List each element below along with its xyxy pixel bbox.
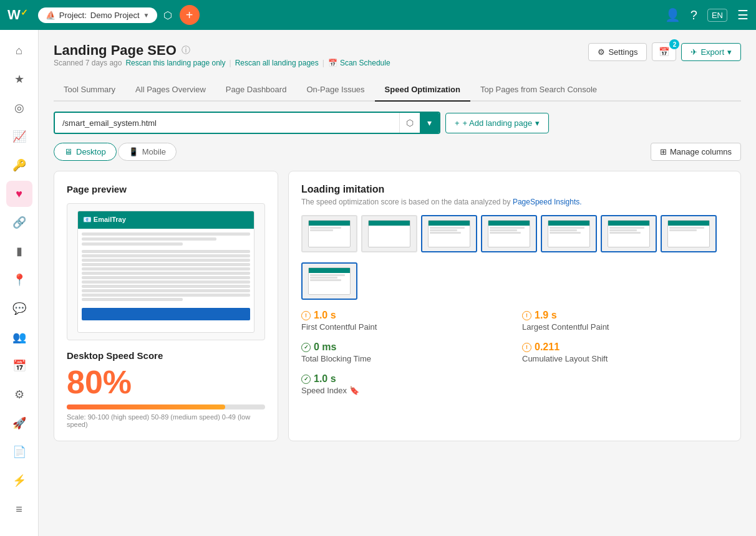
desktop-icon: 🖥 bbox=[64, 147, 72, 156]
sidebar-item-reports[interactable]: ≡ bbox=[6, 496, 32, 522]
screenshot-thumb-1[interactable] bbox=[301, 215, 357, 252]
mobile-icon: 📱 bbox=[128, 147, 138, 156]
sidebar-item-analytics[interactable]: 📈 bbox=[6, 123, 32, 150]
sidebar-item-favorites[interactable]: ★ bbox=[6, 66, 32, 92]
project-selector[interactable]: ⛵ Project: Demo Project ▼ bbox=[38, 7, 157, 23]
metric-si: ✓ 1.0 s Speed Index 🔖 bbox=[301, 373, 507, 395]
separator1: | bbox=[230, 59, 231, 67]
mobile-view-button[interactable]: 📱 Mobile bbox=[118, 143, 177, 161]
calendar-icon: 📅 bbox=[659, 47, 669, 57]
speed-scale-label: Scale: 90-100 (high speed) 50-89 (medium… bbox=[67, 413, 265, 428]
left-card: Page preview 📧 EmailTray bbox=[54, 171, 278, 441]
mock-line bbox=[82, 272, 250, 275]
sidebar-item-local[interactable]: 📍 bbox=[6, 267, 32, 293]
warn-icon: ! bbox=[522, 343, 531, 352]
chevron-small-icon: ▾ bbox=[535, 118, 540, 128]
add-button[interactable]: + bbox=[180, 5, 200, 25]
pagespeed-link[interactable]: PageSpeed Insights. bbox=[513, 198, 582, 206]
screenshot-thumb-3[interactable] bbox=[421, 215, 477, 252]
thumb-lines bbox=[429, 226, 470, 235]
sidebar-item-rank[interactable]: ▮ bbox=[6, 238, 32, 264]
tab-page-dashboard[interactable]: Page Dashboard bbox=[216, 79, 297, 102]
page-title: Landing Page SEO bbox=[54, 42, 177, 59]
language-selector[interactable]: EN bbox=[707, 9, 727, 22]
sidebar-item-automation[interactable]: ⚡ bbox=[6, 467, 32, 494]
settings-button[interactable]: ⚙ Settings bbox=[588, 43, 647, 61]
menu-icon[interactable]: ☰ bbox=[737, 7, 749, 22]
mock-line bbox=[82, 276, 250, 279]
tab-all-pages[interactable]: All Pages Overview bbox=[125, 79, 216, 102]
thumb-header bbox=[309, 221, 351, 226]
tab-speed-optimization[interactable]: Speed Optimization bbox=[375, 79, 470, 102]
desktop-view-button[interactable]: 🖥 Desktop bbox=[54, 143, 117, 161]
sidebar-item-keywords[interactable]: 🔑 bbox=[6, 152, 32, 178]
add-landing-page-button[interactable]: + + Add landing page ▾ bbox=[445, 113, 549, 133]
logo: W✓ bbox=[7, 7, 28, 23]
mock-header: 📧 EmailTray bbox=[78, 211, 254, 229]
tab-top-pages[interactable]: Top Pages from Search Console bbox=[470, 79, 607, 102]
export-button[interactable]: ✈ Export ▾ bbox=[681, 43, 741, 61]
export-icon: ✈ bbox=[691, 47, 697, 57]
mock-line bbox=[82, 280, 250, 284]
tab-on-page-issues[interactable]: On-Page Issues bbox=[296, 79, 374, 102]
sidebar-item-social[interactable]: 💬 bbox=[6, 295, 32, 322]
screenshot-thumb-7[interactable] bbox=[661, 215, 717, 252]
sidebar-item-globe[interactable]: ◎ bbox=[6, 95, 32, 121]
top-bar: W✓ ⛵ Project: Demo Project ▼ ⬡ + 👤 ? EN … bbox=[0, 0, 756, 30]
url-open-button[interactable]: ⬡ bbox=[399, 113, 420, 133]
mock-line bbox=[82, 267, 250, 270]
manage-columns-button[interactable]: ⊞ Manage columns bbox=[651, 143, 741, 161]
screenshot-thumb-5[interactable] bbox=[541, 215, 597, 252]
scan-schedule-link[interactable]: 📅 Scan Schedule bbox=[328, 59, 390, 67]
mock-line bbox=[82, 254, 250, 257]
metric-fcp-value: ! 1.0 s bbox=[301, 310, 507, 321]
mock-line bbox=[82, 237, 216, 241]
thumb-lines bbox=[488, 226, 530, 235]
screenshot-thumb-4[interactable] bbox=[481, 215, 537, 252]
page-title-row: Landing Page SEO ⓘ bbox=[54, 42, 390, 59]
rescan-all-link[interactable]: Rescan all landing pages bbox=[235, 59, 319, 67]
mock-line bbox=[82, 294, 250, 297]
calendar-small-icon: 📅 bbox=[328, 59, 337, 67]
sidebar-item-schedule[interactable]: 📅 bbox=[6, 353, 32, 379]
ok-icon: ✓ bbox=[301, 343, 311, 352]
calendar-button[interactable]: 📅 2 bbox=[652, 42, 676, 61]
project-icon: ⛵ bbox=[46, 11, 56, 20]
screenshot-thumb-2[interactable] bbox=[361, 215, 417, 252]
url-input[interactable] bbox=[55, 113, 399, 133]
screenshot-thumb-6[interactable] bbox=[601, 215, 657, 252]
url-dropdown-button[interactable]: ▾ bbox=[420, 113, 439, 133]
thumb-lines bbox=[309, 273, 351, 282]
account-icon[interactable]: 👤 bbox=[665, 7, 681, 22]
ok-icon: ✓ bbox=[301, 375, 311, 384]
sidebar-item-rocket[interactable]: 🚀 bbox=[6, 410, 32, 436]
page-header: Landing Page SEO ⓘ Scanned 7 days ago Re… bbox=[54, 42, 741, 75]
mock-line bbox=[82, 285, 250, 288]
open-project-link[interactable]: ⬡ bbox=[163, 9, 172, 21]
content-area: Landing Page SEO ⓘ Scanned 7 days ago Re… bbox=[39, 30, 756, 536]
thumb-mock bbox=[308, 267, 351, 295]
thumb-lines bbox=[608, 226, 650, 235]
mock-col bbox=[82, 250, 250, 301]
info-icon[interactable]: ⓘ bbox=[182, 45, 190, 56]
url-bar-row: ⬡ ▾ + + Add landing page ▾ bbox=[54, 112, 741, 134]
loading-subtitle: The speed optimization score is based on… bbox=[301, 198, 728, 206]
chevron-down-icon: ▼ bbox=[143, 12, 150, 19]
help-icon[interactable]: ? bbox=[691, 8, 697, 22]
sidebar-item-team[interactable]: 👥 bbox=[6, 324, 32, 350]
screenshot-thumb-8[interactable] bbox=[301, 262, 357, 300]
mock-line bbox=[82, 242, 183, 246]
sidebar-item-links[interactable]: 🔗 bbox=[6, 209, 32, 236]
sidebar-item-landing[interactable]: ♥ bbox=[6, 181, 32, 207]
tabs: Tool Summary All Pages Overview Page Das… bbox=[54, 79, 741, 102]
sidebar-item-settings[interactable]: ⚙ bbox=[6, 381, 32, 408]
right-card: Loading imitation The speed optimization… bbox=[288, 171, 741, 441]
sidebar: ⌂ ★ ◎ 📈 🔑 ♥ 🔗 ▮ 📍 💬 👥 📅 ⚙ 🚀 📄 ⚡ ≡ bbox=[0, 30, 39, 536]
sidebar-item-home[interactable]: ⌂ bbox=[6, 37, 32, 64]
rescan-page-link[interactable]: Rescan this landing page only bbox=[125, 59, 225, 67]
sidebar-item-pdf[interactable]: 📄 bbox=[6, 439, 32, 465]
metric-cls-value: ! 0.211 bbox=[522, 342, 728, 353]
thumb-mock bbox=[608, 220, 651, 248]
tab-tool-summary[interactable]: Tool Summary bbox=[54, 79, 125, 102]
mock-section bbox=[82, 250, 250, 301]
